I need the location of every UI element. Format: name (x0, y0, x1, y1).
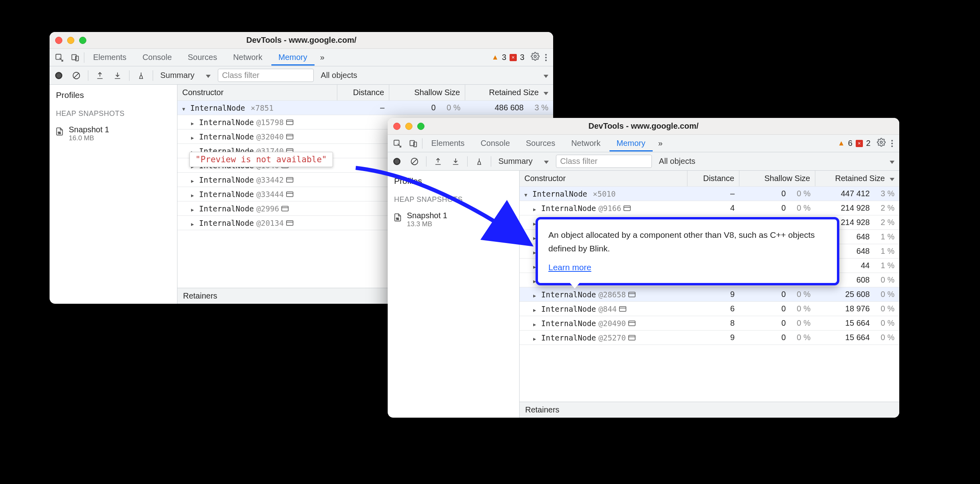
expand-icon[interactable] (533, 319, 539, 328)
divider (88, 70, 88, 81)
kebab-menu-icon[interactable] (887, 140, 897, 147)
col-shallow[interactable]: Shallow Size (389, 85, 465, 100)
instance-row[interactable]: InternalNode @9166 4 00 % 214 9282 % (520, 201, 899, 215)
expand-icon[interactable] (191, 175, 197, 184)
more-tabs-icon[interactable]: » (316, 53, 329, 62)
instance-row[interactable]: InternalNode @844 6 00 % 18 9760 % (520, 302, 899, 316)
zoom-dot-icon[interactable] (79, 37, 86, 44)
svg-rect-42 (629, 292, 635, 297)
clear-icon[interactable] (70, 71, 82, 80)
kebab-menu-icon[interactable] (541, 54, 551, 61)
element-icon (286, 118, 293, 127)
expand-icon[interactable] (191, 118, 197, 127)
snapshot-name: Snapshot 1 (407, 211, 447, 220)
view-select[interactable]: Summary (497, 157, 550, 166)
objects-filter-label: All objects (659, 157, 695, 166)
constructor-row[interactable]: InternalNode ×7851 – 00 % 486 6083 % (177, 101, 553, 115)
tab-elements[interactable]: Elements (424, 135, 472, 151)
instance-row[interactable]: InternalNode @28658 9 00 % 25 6080 % (520, 287, 899, 302)
instance-row[interactable]: InternalNode @25270 9 00 % 15 6640 % (520, 331, 899, 345)
window-controls[interactable] (393, 123, 424, 130)
inspect-icon[interactable] (390, 139, 404, 148)
view-select[interactable]: Summary (159, 71, 212, 80)
tab-elements[interactable]: Elements (86, 49, 133, 66)
class-filter-input[interactable]: Class filter (218, 69, 314, 82)
col-constructor[interactable]: Constructor (520, 171, 687, 186)
sort-icon (544, 88, 548, 97)
expand-icon[interactable] (533, 305, 539, 313)
svg-rect-30 (624, 206, 631, 211)
zoom-dot-icon[interactable] (417, 123, 424, 130)
distance-value: – (337, 103, 389, 112)
tab-network[interactable]: Network (564, 135, 608, 151)
expand-icon[interactable] (191, 204, 197, 213)
expand-icon[interactable] (191, 132, 197, 141)
minimize-dot-icon[interactable] (67, 37, 74, 44)
snapshot-item[interactable]: % Snapshot 1 13.3 MB (388, 208, 519, 231)
tab-memory[interactable]: Memory (271, 49, 315, 66)
chevron-down-icon (890, 157, 894, 166)
export-icon[interactable] (432, 157, 444, 165)
element-icon (628, 319, 635, 328)
expand-icon[interactable] (191, 190, 197, 199)
object-id: @32040 (256, 132, 284, 141)
issues-summary[interactable]: ▲ 3 × 3 (492, 53, 524, 62)
export-icon[interactable] (94, 72, 106, 80)
gc-icon[interactable] (473, 157, 485, 166)
col-constructor[interactable]: Constructor (177, 85, 337, 100)
objects-filter[interactable]: All objects (657, 157, 896, 166)
expand-icon[interactable] (182, 104, 188, 112)
snapshot-name: Snapshot 1 (69, 125, 109, 134)
close-dot-icon[interactable] (393, 123, 400, 130)
tab-console[interactable]: Console (473, 135, 517, 151)
expand-icon[interactable] (533, 290, 539, 299)
shallow-size: 00 % (739, 333, 815, 342)
tab-sources[interactable]: Sources (519, 135, 562, 151)
col-shallow[interactable]: Shallow Size (739, 171, 815, 186)
constructor-row[interactable]: InternalNode ×5010 – 00 % 447 4123 % (520, 187, 899, 201)
issues-summary[interactable]: ▲ 6 × 2 (838, 139, 870, 148)
warning-count: 3 (502, 53, 506, 62)
device-icon[interactable] (68, 53, 82, 62)
settings-icon[interactable] (531, 52, 540, 63)
expand-icon[interactable] (533, 204, 539, 213)
device-icon[interactable] (406, 139, 420, 148)
object-id: @15798 (256, 118, 284, 127)
col-distance[interactable]: Distance (687, 171, 739, 186)
class-filter-input[interactable]: Class filter (556, 155, 652, 168)
window-title: DevTools - www.google.com/ (388, 121, 899, 131)
tab-network[interactable]: Network (226, 49, 269, 66)
svg-rect-48 (629, 335, 635, 340)
svg-rect-9 (287, 134, 293, 139)
tab-memory[interactable]: Memory (610, 135, 653, 151)
col-retained[interactable]: Retained Size (815, 171, 899, 186)
import-icon[interactable] (450, 157, 462, 165)
learn-more-link[interactable]: Learn more (548, 263, 591, 272)
expand-icon[interactable] (524, 189, 530, 198)
retainers-panel[interactable]: Retainers (520, 402, 899, 418)
element-icon (619, 305, 626, 313)
minimize-dot-icon[interactable] (405, 123, 412, 130)
record-button[interactable] (391, 158, 403, 165)
settings-icon[interactable] (877, 138, 886, 149)
tab-sources[interactable]: Sources (181, 49, 224, 66)
expand-icon[interactable] (533, 333, 539, 342)
import-icon[interactable] (112, 72, 123, 80)
memory-toolbar: Summary Class filter All objects (388, 152, 899, 171)
instance-row[interactable]: InternalNode @20490 8 00 % 15 6640 % (520, 316, 899, 331)
close-dot-icon[interactable] (55, 37, 62, 44)
clear-icon[interactable] (408, 157, 420, 166)
gc-icon[interactable] (135, 71, 147, 80)
snapshot-item[interactable]: % Snapshot 1 16.0 MB (50, 122, 177, 145)
window-controls[interactable] (55, 37, 86, 44)
record-button[interactable] (53, 72, 65, 79)
constructor-name: InternalNode (532, 189, 587, 198)
more-tabs-icon[interactable]: » (654, 139, 667, 148)
grid-header: Constructor Distance Shallow Size Retain… (177, 85, 553, 101)
inspect-icon[interactable] (52, 53, 66, 62)
tab-console[interactable]: Console (135, 49, 179, 66)
col-retained[interactable]: Retained Size (465, 85, 553, 100)
objects-filter[interactable]: All objects (319, 71, 550, 80)
expand-icon[interactable] (191, 219, 197, 227)
col-distance[interactable]: Distance (337, 85, 389, 100)
